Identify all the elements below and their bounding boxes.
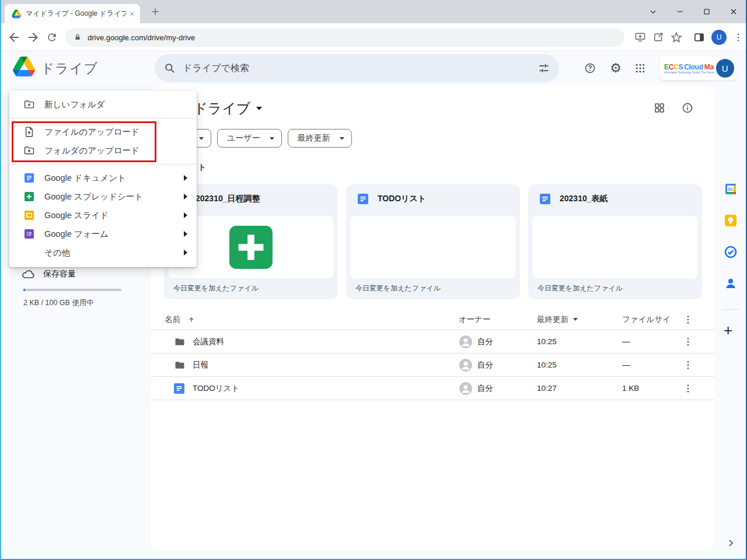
chevron-down-icon bbox=[573, 318, 578, 321]
eccs-subtitle: Information Technology Center, The Unive… bbox=[664, 71, 714, 74]
share-icon[interactable] bbox=[652, 32, 664, 43]
storage-progress-fill bbox=[23, 289, 25, 291]
keep-icon[interactable] bbox=[724, 214, 738, 228]
tasks-icon[interactable] bbox=[724, 245, 738, 259]
table-row[interactable]: 会議資料 自分 10:25 — bbox=[151, 330, 714, 354]
row-menu-icon[interactable] bbox=[683, 383, 693, 394]
sidebar-item-storage[interactable]: 保存容量 bbox=[21, 267, 76, 281]
column-header-size[interactable]: ファイルサイ bbox=[622, 309, 671, 330]
file-table: 名前 オーナー 最終更新 ファイルサイ 会議資料 自分 10:25 bbox=[151, 309, 714, 400]
add-addon-icon[interactable]: + bbox=[724, 323, 732, 337]
eccs-letter: E bbox=[664, 63, 669, 71]
url-text: drive.google.com/drive/my-drive bbox=[88, 33, 195, 42]
menu-item-folder-upload[interactable]: フォルダのアップロード bbox=[9, 141, 197, 160]
file-upload-icon bbox=[23, 126, 35, 138]
contacts-icon[interactable] bbox=[724, 276, 738, 290]
column-header-owner[interactable]: オーナー bbox=[459, 309, 491, 330]
app-name: ドライブ bbox=[41, 60, 98, 78]
card-title: 202310_日程調整 bbox=[196, 194, 260, 204]
eccs-word: Mail bbox=[704, 63, 714, 71]
menu-divider bbox=[9, 118, 197, 118]
filter-chip-modified[interactable]: 最終更新 bbox=[288, 129, 352, 148]
side-panel-rail: + bbox=[714, 85, 747, 560]
folder-icon bbox=[174, 359, 186, 371]
chip-label: ユーザー bbox=[227, 133, 260, 144]
settings-gear-icon[interactable]: ⚙ bbox=[604, 51, 627, 85]
menu-item-label: その他 bbox=[44, 247, 70, 258]
row-menu-icon[interactable] bbox=[683, 337, 693, 347]
file-card[interactable]: TODOリスト 今日変更を加えたファイル bbox=[346, 184, 520, 299]
row-menu-icon[interactable] bbox=[683, 360, 693, 370]
file-name[interactable]: 日報 bbox=[193, 354, 208, 376]
owner-name: 自分 bbox=[477, 377, 493, 400]
apps-grid-icon[interactable] bbox=[629, 51, 652, 85]
file-name[interactable]: 会議資料 bbox=[193, 330, 224, 353]
url-bar[interactable]: drive.google.com/drive/my-drive bbox=[65, 28, 624, 47]
owner-avatar-icon bbox=[459, 358, 473, 372]
file-name[interactable]: TODOリスト bbox=[193, 377, 239, 400]
modified-time: 10:27 bbox=[537, 377, 557, 400]
menu-item-google-sheets[interactable]: Google スプレッドシート bbox=[9, 187, 197, 206]
filter-chip-people[interactable]: ユーザー bbox=[217, 129, 282, 148]
menu-item-label: Google スプレッドシート bbox=[44, 191, 143, 202]
storage-usage-text: 2 KB / 100 GB 使用中 bbox=[23, 298, 94, 308]
menu-item-google-docs[interactable]: Google ドキュメント bbox=[9, 169, 197, 187]
search-icon[interactable] bbox=[164, 62, 176, 74]
sheets-icon bbox=[23, 191, 35, 202]
browser-avatar[interactable]: U bbox=[711, 30, 727, 45]
eccs-logo: ECCSCloudMail Information Technology Cen… bbox=[664, 63, 714, 74]
drive-logo-icon[interactable] bbox=[13, 57, 35, 76]
menu-item-google-slides[interactable]: Google スライド bbox=[9, 206, 197, 225]
calendar-icon[interactable] bbox=[724, 182, 738, 196]
back-icon[interactable] bbox=[7, 30, 21, 44]
help-icon[interactable] bbox=[578, 51, 602, 85]
info-icon[interactable] bbox=[682, 102, 693, 114]
account-card[interactable]: ECCSCloudMail Information Technology Cen… bbox=[659, 56, 737, 80]
chevron-down-icon bbox=[340, 137, 344, 140]
card-title: TODOリスト bbox=[378, 194, 426, 204]
cloud-icon bbox=[21, 267, 35, 281]
toolbar-right: U bbox=[634, 28, 743, 47]
browser-tab[interactable]: マイドライブ - Google ドライブ bbox=[5, 4, 140, 23]
menu-item-new-folder[interactable]: 新しいフォルダ bbox=[9, 95, 197, 114]
maximize-button[interactable] bbox=[693, 0, 720, 23]
menu-item-google-forms[interactable]: Google フォーム bbox=[9, 225, 197, 243]
forward-icon[interactable] bbox=[26, 30, 40, 44]
install-icon[interactable] bbox=[634, 32, 646, 43]
modified-time: 10:25 bbox=[537, 330, 557, 353]
column-options-icon[interactable] bbox=[683, 314, 693, 325]
blank-icon bbox=[23, 247, 35, 258]
owner-name: 自分 bbox=[477, 330, 493, 353]
browser-menu-icon[interactable] bbox=[733, 32, 743, 43]
tab-title: マイドライブ - Google ドライブ bbox=[26, 9, 126, 19]
table-row[interactable]: TODOリスト 自分 10:27 1 KB bbox=[151, 377, 714, 400]
close-button[interactable] bbox=[720, 0, 747, 23]
minimize-button[interactable] bbox=[666, 0, 693, 23]
table-row[interactable]: 日報 自分 10:25 — bbox=[151, 354, 714, 377]
search-input[interactable] bbox=[183, 63, 538, 74]
search-bar[interactable] bbox=[155, 54, 559, 82]
column-header-name[interactable]: 名前 bbox=[165, 309, 196, 330]
submenu-arrow-icon bbox=[184, 250, 187, 256]
grid-view-icon[interactable] bbox=[654, 102, 665, 114]
slides-icon bbox=[23, 209, 35, 221]
menu-item-file-upload[interactable]: ファイルのアップロード bbox=[9, 123, 197, 141]
menu-item-label: Google ドキュメント bbox=[44, 173, 126, 184]
bookmark-star-icon[interactable] bbox=[671, 32, 682, 43]
chevron-right-icon[interactable] bbox=[725, 537, 736, 549]
rail-divider bbox=[722, 309, 739, 310]
card-title: 202310_表紙 bbox=[560, 194, 608, 204]
reload-icon[interactable] bbox=[46, 32, 58, 43]
search-options-icon[interactable] bbox=[538, 62, 550, 74]
menu-item-more[interactable]: その他 bbox=[9, 243, 197, 262]
side-panel-icon[interactable] bbox=[693, 32, 705, 43]
file-card[interactable]: 202310_表紙 今日変更を加えたファイル bbox=[528, 184, 702, 299]
eccs-word: Cloud bbox=[684, 63, 703, 71]
card-caption: 今日変更を加えたファイル bbox=[537, 284, 623, 293]
tab-close-icon[interactable] bbox=[128, 10, 135, 18]
new-folder-icon bbox=[23, 99, 35, 110]
account-avatar[interactable]: U bbox=[716, 59, 734, 78]
new-tab-button[interactable] bbox=[149, 5, 162, 19]
column-header-modified[interactable]: 最終更新 bbox=[537, 309, 578, 330]
tab-search-button[interactable] bbox=[640, 0, 666, 23]
